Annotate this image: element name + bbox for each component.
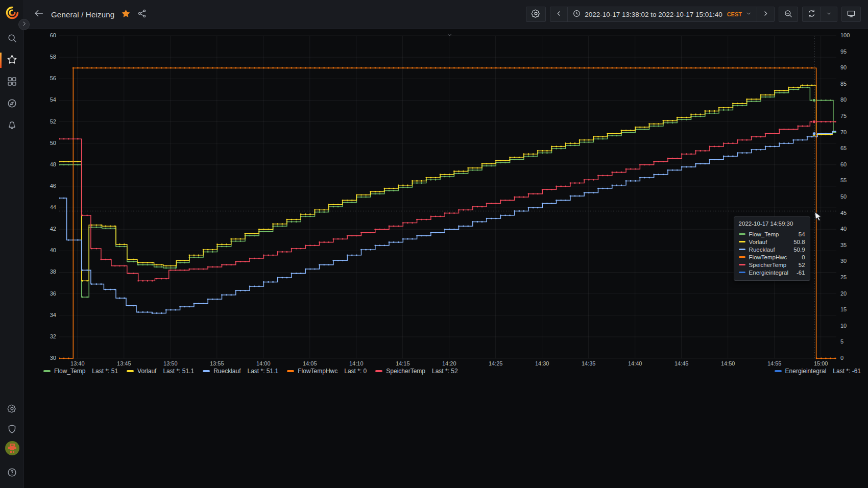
- legend-swatch: [775, 370, 782, 372]
- tooltip-swatch: [739, 249, 745, 250]
- y-axis-right-tick: 20: [840, 290, 861, 297]
- dashboard-title: General / Heizung: [51, 10, 114, 19]
- legend-series-name: Ruecklauf: [213, 368, 240, 375]
- y-axis-right-tick: 50: [840, 193, 861, 200]
- x-axis-tick: 13:40: [65, 360, 90, 367]
- star-filled-icon: [121, 9, 131, 20]
- legend-last-value: Last *: -61: [833, 368, 861, 375]
- y-axis-left-tick: 58: [35, 54, 56, 60]
- legend-swatch: [127, 370, 134, 372]
- y-axis-left-tick: 46: [35, 183, 56, 189]
- refresh-interval-dropdown[interactable]: [821, 7, 837, 22]
- legend-swatch: [287, 370, 294, 372]
- compass-icon: [7, 98, 17, 111]
- kiosk-mode-button[interactable]: [841, 7, 861, 22]
- tooltip-swatch: [739, 264, 745, 265]
- legend-swatch: [375, 370, 382, 372]
- y-axis-left-tick: 42: [35, 226, 56, 232]
- chevron-left-icon: [555, 10, 563, 19]
- sidebar-item-dashboards[interactable]: [0, 73, 24, 91]
- arrow-left-icon: [33, 8, 44, 21]
- x-axis-tick: 14:40: [622, 360, 648, 367]
- x-axis-tick: 14:05: [297, 360, 323, 367]
- legend-item-Ruecklauf[interactable]: Ruecklauf Last *: 51.1: [203, 368, 278, 375]
- tooltip-series-name: Vorlauf: [749, 239, 767, 245]
- back-button[interactable]: [33, 8, 44, 21]
- x-axis-tick: 13:55: [204, 360, 230, 367]
- y-axis-right-tick: 70: [840, 129, 861, 135]
- legend-last-value: Last *: 52: [432, 368, 458, 375]
- x-axis-tick: 13:45: [111, 360, 137, 367]
- legend-item-SpeicherTemp[interactable]: SpeicherTemp Last *: 52: [375, 368, 457, 375]
- zoom-out-icon: [784, 9, 793, 20]
- y-axis-right-tick: 100: [840, 32, 861, 38]
- refresh-controls: [802, 7, 837, 22]
- legend-item-Energieintegral[interactable]: Energieintegral Last *: -61: [775, 368, 861, 375]
- legend-item-Flow_Temp[interactable]: Flow_Temp Last *: 51: [43, 368, 118, 375]
- y-axis-left-tick: 50: [35, 140, 56, 146]
- tooltip-row: Flow_Temp 54: [739, 230, 805, 238]
- y-axis-left-tick: 40: [35, 247, 56, 253]
- tooltip-row: Ruecklauf 50.9: [739, 246, 805, 253]
- time-shift-back-button[interactable]: [550, 7, 568, 22]
- tooltip-row: Vorlauf 50.8: [739, 238, 805, 246]
- x-axis-tick: 14:25: [483, 360, 509, 367]
- y-axis-right-tick: 85: [840, 81, 861, 87]
- tooltip-value: 50.8: [793, 239, 805, 245]
- y-axis-left-tick: 52: [35, 118, 56, 125]
- y-axis-right-tick: 25: [840, 274, 861, 280]
- x-axis-tick: 14:15: [390, 360, 416, 367]
- y-axis-right-tick: 5: [840, 338, 861, 345]
- time-range-picker-button[interactable]: 2022-10-17 13:38:02 to 2022-10-17 15:01:…: [567, 7, 757, 22]
- gear-icon: [531, 9, 541, 20]
- favorite-star-button[interactable]: [121, 9, 131, 20]
- tooltip-row: Energieintegral -61: [739, 269, 805, 276]
- sidebar-item-profile[interactable]: [0, 440, 24, 458]
- sidebar-item-explore[interactable]: [0, 95, 24, 113]
- y-axis-right-tick: 30: [840, 258, 861, 264]
- timeseries-chart: 60585654525048464442403836343230 1009590…: [0, 0, 868, 488]
- x-axis-tick: 14:30: [529, 360, 555, 367]
- sidebar-expand-button[interactable]: [18, 19, 30, 30]
- grafana-logo[interactable]: [5, 6, 19, 20]
- dashboard-settings-button[interactable]: [526, 7, 546, 22]
- legend-item-FlowTempHwc[interactable]: FlowTempHwc Last *: 0: [287, 368, 367, 375]
- y-axis-right-tick: 65: [840, 145, 861, 151]
- sidebar: [0, 0, 24, 488]
- tooltip: 2022-10-17 14:59:30 Flow_Temp 54 Vorlauf…: [734, 216, 810, 281]
- sidebar-item-configuration[interactable]: [0, 400, 24, 419]
- monitor-icon: [847, 9, 856, 20]
- sidebar-item-search[interactable]: [0, 30, 24, 48]
- time-shift-forward-button[interactable]: [757, 7, 775, 22]
- y-axis-left-tick: 30: [35, 355, 56, 361]
- x-axis-tick: 14:35: [576, 360, 601, 367]
- sidebar-item-server-admin[interactable]: [0, 421, 24, 439]
- sidebar-item-help[interactable]: [0, 464, 24, 482]
- tooltip-timestamp: 2022-10-17 14:59:30: [739, 221, 805, 227]
- refresh-button[interactable]: [802, 7, 821, 22]
- share-icon: [137, 9, 147, 20]
- x-axis-tick: 14:10: [344, 360, 369, 367]
- sidebar-item-alerting[interactable]: [0, 117, 24, 135]
- tooltip-row: SpeicherTemp 52: [739, 261, 805, 269]
- y-axis-right-tick: 90: [840, 64, 861, 70]
- y-axis-left-tick: 54: [35, 96, 56, 103]
- sidebar-item-starred[interactable]: [0, 51, 24, 69]
- y-axis-left-tick: 56: [35, 75, 56, 81]
- search-icon: [7, 33, 17, 45]
- legend-item-Vorlauf[interactable]: Vorlauf Last *: 51.1: [127, 368, 194, 375]
- tooltip-series-name: FlowTempHwc: [749, 254, 787, 260]
- apps-icon: [7, 76, 17, 89]
- tooltip-swatch: [739, 256, 745, 258]
- y-axis-right-tick: 80: [840, 96, 861, 103]
- y-axis-right-tick: 55: [840, 177, 861, 183]
- legend-series-name: Vorlauf: [137, 368, 156, 375]
- legend-swatch: [43, 370, 51, 372]
- y-axis-right-tick: 0: [840, 355, 861, 361]
- legend: Flow_Temp Last *: 51 Vorlauf Last *: 51.…: [43, 368, 458, 375]
- zoom-out-time-button[interactable]: [779, 7, 798, 22]
- y-axis-left-tick: 44: [35, 204, 56, 210]
- y-axis-right-tick: 75: [840, 113, 861, 119]
- share-button[interactable]: [137, 9, 147, 20]
- clock-icon: [572, 9, 581, 19]
